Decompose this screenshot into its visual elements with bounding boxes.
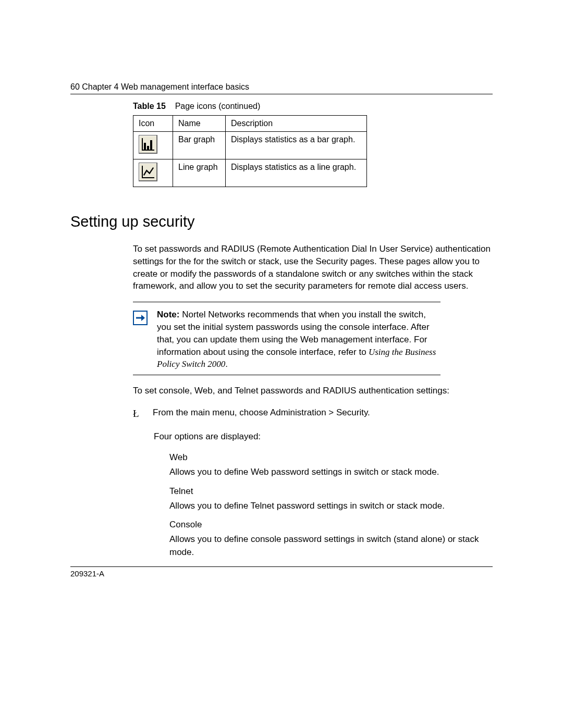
option-title: Telnet	[169, 486, 493, 497]
step-1: Ł From the main menu, choose Administrat…	[133, 406, 493, 421]
table-header-row: Icon Name Description	[133, 116, 367, 132]
table-number: Table 15	[133, 102, 166, 110]
row-desc: Displays statistics as a bar graph.	[226, 132, 367, 159]
th-name: Name	[173, 116, 226, 132]
page-icons-table: Icon Name Description Bar graph Displays…	[133, 115, 367, 187]
table-row: Line graph Displays statistics as a line…	[133, 159, 367, 187]
th-desc: Description	[226, 116, 367, 132]
table-caption-text: Page icons (continued)	[175, 102, 261, 110]
note-block: Note: Nortel Networks recommends that wh…	[133, 302, 440, 375]
note-top-rule	[133, 302, 440, 302]
chapter-label: Chapter 4	[82, 82, 118, 91]
running-header: 60 Chapter 4 Web management interface ba…	[70, 82, 493, 92]
step-marker: Ł	[133, 406, 144, 421]
page-number: 60	[70, 82, 80, 91]
row-desc: Displays statistics as a line graph.	[226, 159, 367, 187]
table-caption: Table 15 Page icons (continued)	[133, 102, 493, 111]
options-list: Web Allows you to define Web password se…	[169, 452, 493, 559]
svg-marker-1	[141, 315, 145, 321]
option-title: Console	[169, 520, 493, 530]
option-desc: Allows you to define Telnet password set…	[169, 500, 493, 513]
arrow-right-icon	[133, 311, 148, 325]
option-title: Web	[169, 452, 493, 463]
table-row: Bar graph Displays statistics as a bar g…	[133, 132, 367, 159]
note-bottom-rule	[133, 375, 440, 375]
chapter-title: Web management interface basics	[121, 82, 249, 91]
footer-rule	[70, 566, 493, 567]
note-label: Note:	[157, 310, 179, 319]
row-name: Line graph	[173, 159, 226, 187]
footer-docid: 209321-A	[70, 569, 493, 578]
line-graph-icon	[139, 163, 157, 181]
step-text: From the main menu, choose Administratio…	[153, 406, 370, 421]
row-name: Bar graph	[173, 132, 226, 159]
note-text: Note: Nortel Networks recommends that wh…	[157, 309, 440, 371]
option-desc: Allows you to define console password se…	[169, 533, 493, 559]
section-heading: Setting up security	[70, 213, 493, 230]
intro-paragraph: To set passwords and RADIUS (Remote Auth…	[133, 243, 493, 292]
options-intro: Four options are displayed:	[154, 430, 493, 443]
th-icon: Icon	[133, 116, 173, 132]
after-note-paragraph: To set console, Web, and Telnet password…	[133, 385, 493, 397]
document-page: 60 Chapter 4 Web management interface ba…	[0, 0, 563, 728]
option-desc: Allows you to define Web password settin…	[169, 466, 493, 479]
bar-graph-icon	[139, 135, 157, 154]
header-rule	[70, 94, 493, 94]
